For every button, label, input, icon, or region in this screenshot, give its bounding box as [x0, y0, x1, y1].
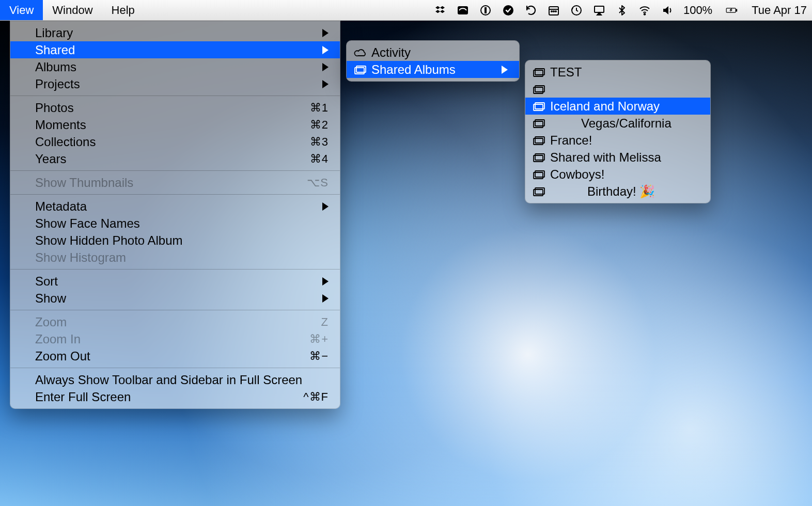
menu-separator [10, 310, 340, 310]
wifi-icon[interactable] [638, 4, 651, 17]
party-popper-icon: 🎉 [639, 184, 655, 199]
menu-zoom-out[interactable]: Zoom Out ⌘− [10, 347, 340, 365]
album-item-test[interactable]: TEST [525, 64, 710, 81]
album-item-vegas-california[interactable]: Vegas/California [525, 115, 710, 132]
menu-label: Show [35, 291, 66, 306]
album-item-birthday[interactable]: Birthday! 🎉 [525, 183, 710, 200]
menu-albums[interactable]: Albums [10, 58, 340, 75]
dropbox-icon[interactable] [433, 4, 447, 17]
onepassword-icon[interactable] [479, 4, 492, 17]
timemachine-icon[interactable] [570, 4, 583, 17]
menu-label: Show Face Names [35, 216, 140, 231]
menu-separator [10, 269, 340, 270]
menu-moments[interactable]: Moments ⌘2 [10, 116, 340, 133]
menu-show[interactable]: Show [10, 290, 340, 307]
album-icon [533, 169, 546, 180]
menubar-window[interactable]: Window [43, 0, 102, 20]
shortcut: ⌘2 [284, 118, 329, 132]
album-item-iceland-norway[interactable]: Iceland and Norway [525, 98, 710, 115]
menu-label: Moments [35, 118, 86, 132]
submenu-activity[interactable]: Activity [347, 44, 519, 61]
menu-label: Zoom [35, 315, 67, 329]
shortcut: ⌘3 [284, 135, 329, 149]
menu-label: Enter Full Screen [35, 390, 131, 404]
menubar-clock[interactable]: Tue Apr 17 [752, 4, 807, 17]
menu-shared[interactable]: Shared [10, 41, 340, 58]
battery-icon[interactable] [722, 4, 742, 17]
airplay-icon[interactable] [592, 4, 606, 17]
refresh-icon[interactable] [524, 4, 538, 17]
menu-enter-full-screen[interactable]: Enter Full Screen ^⌘F [10, 388, 340, 405]
menu-label: TEST [550, 65, 582, 80]
menubar-help[interactable]: Help [102, 0, 144, 20]
album-icon [533, 118, 546, 129]
submenu-shared-albums[interactable]: Shared Albums [347, 61, 519, 78]
menu-photos[interactable]: Photos ⌘1 [10, 99, 340, 116]
chevron-right-icon [296, 291, 329, 306]
chevron-right-icon [296, 60, 329, 74]
menu-sort[interactable]: Sort [10, 273, 340, 290]
albums-icon [354, 65, 367, 75]
battery-percent[interactable]: 100% [683, 4, 712, 17]
menu-projects[interactable]: Projects [10, 75, 340, 92]
menu-label: Shared with Melissa [550, 150, 661, 165]
cleanup-icon[interactable] [456, 4, 470, 17]
album-item-shared-melissa[interactable]: Shared with Melissa [525, 149, 710, 166]
svg-point-6 [551, 11, 552, 12]
menu-always-show-toolbar[interactable]: Always Show Toolbar and Sidebar in Full … [10, 371, 340, 388]
calendar-icon[interactable] [547, 4, 560, 17]
album-item-cowboys[interactable]: Cowboys! [525, 166, 710, 183]
shortcut: Z [295, 315, 329, 329]
shortcut: ⌘1 [284, 101, 329, 115]
menu-label: Show Thumbnails [35, 176, 133, 190]
svg-rect-2 [485, 8, 486, 13]
svg-point-11 [644, 13, 646, 15]
album-item-france[interactable]: France! [525, 132, 710, 149]
check-circle-icon[interactable] [502, 4, 515, 17]
menu-label: Library [35, 26, 73, 40]
shared-submenu: Activity Shared Albums [346, 40, 520, 82]
album-icon [533, 152, 546, 163]
menu-label: Collections [35, 135, 96, 149]
menu-label: Projects [35, 77, 80, 91]
menu-separator [10, 368, 340, 368]
album-icon [533, 67, 546, 77]
svg-rect-13 [736, 9, 737, 11]
volume-icon[interactable] [661, 4, 674, 17]
svg-point-8 [555, 11, 556, 12]
menu-separator [10, 170, 340, 171]
chevron-right-icon [296, 77, 329, 91]
menu-metadata[interactable]: Metadata [10, 198, 340, 215]
menu-label: France! [550, 133, 592, 148]
menu-separator [10, 194, 340, 195]
menu-show-face-names[interactable]: Show Face Names [10, 215, 340, 232]
chevron-right-icon [296, 26, 329, 40]
chevron-right-icon [296, 199, 329, 214]
view-menu: Library Shared Albums Projects Photos ⌘1… [10, 21, 340, 409]
menubar-view[interactable]: View [0, 0, 43, 20]
menu-years[interactable]: Years ⌘4 [10, 150, 340, 167]
chevron-right-icon [296, 43, 329, 57]
menubar-left: View Window Help [0, 0, 144, 20]
shortcut: ⌘− [284, 350, 329, 363]
menu-label: Cowboys! [550, 167, 604, 182]
menu-collections[interactable]: Collections ⌘3 [10, 133, 340, 150]
menu-show-hidden-album[interactable]: Show Hidden Photo Album [10, 232, 340, 249]
album-item-blank[interactable] [525, 81, 710, 98]
menubar-status-area: 100% Tue Apr 17 [433, 0, 812, 20]
shortcut: ⌥S [281, 176, 329, 189]
album-icon [533, 101, 546, 112]
menu-label: Activity [371, 45, 411, 60]
menu-label: Iceland and Norway [550, 99, 660, 114]
menubar: View Window Help [0, 0, 812, 21]
shortcut: ^⌘F [277, 390, 329, 404]
menu-label: Years [35, 152, 67, 166]
menu-label: Show Hidden Photo Album [35, 233, 183, 248]
menu-separator [10, 96, 340, 96]
menu-label: Photos [35, 101, 74, 115]
menu-show-thumbnails: Show Thumbnails ⌥S [10, 174, 340, 191]
album-icon [533, 186, 546, 197]
bluetooth-icon[interactable] [615, 4, 629, 17]
shortcut: ⌘4 [284, 152, 329, 166]
menu-library[interactable]: Library [10, 24, 340, 41]
